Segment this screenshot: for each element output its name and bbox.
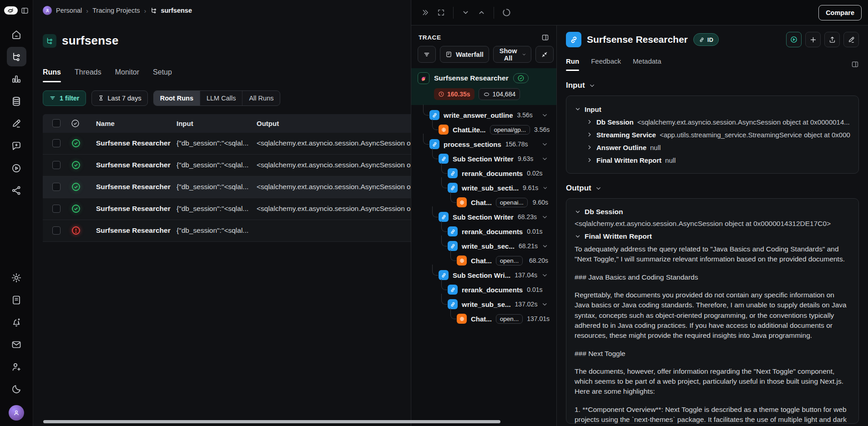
time-range-button[interactable]: Last 7 days: [91, 90, 148, 106]
horizontal-scrollbar[interactable]: [43, 420, 500, 423]
trace-span-row[interactable]: rerank_documents 0.02s: [418, 166, 550, 180]
row-checkbox[interactable]: [52, 226, 61, 235]
collapse-panel-icon[interactable]: [421, 9, 429, 16]
trace-span-row[interactable]: Sub Section Writer 9.63s: [418, 151, 550, 166]
project-tab[interactable]: Runs: [43, 68, 61, 82]
column-name[interactable]: Name: [96, 120, 177, 127]
chevron-down-icon[interactable]: [542, 243, 548, 250]
run-type-segment[interactable]: Root Runs: [154, 91, 200, 105]
trace-span-row[interactable]: write_sub_se... 137.02s: [418, 297, 550, 311]
sidebar-item-dark-mode[interactable]: [7, 379, 26, 399]
workspace-avatar[interactable]: [43, 6, 52, 15]
input-section-heading[interactable]: Input: [566, 81, 859, 90]
input-field-row[interactable]: Answer Outline null: [575, 141, 850, 154]
chevron-right-icon: [586, 157, 593, 163]
langsmith-logo-icon[interactable]: [4, 6, 18, 15]
chevron-down-icon[interactable]: [542, 185, 548, 191]
sidebar-item-mail[interactable]: [7, 335, 26, 354]
breadcrumb-project[interactable]: surfsense: [150, 7, 192, 14]
share-button[interactable]: [824, 32, 840, 47]
user-avatar[interactable]: [9, 405, 24, 421]
sidebar-item-tracing[interactable]: [7, 47, 26, 66]
input-field-row[interactable]: Final Written Report null: [575, 154, 850, 166]
waterfall-view-button[interactable]: Waterfall: [440, 46, 489, 63]
input-root-row[interactable]: Input: [575, 103, 850, 115]
trace-span-row[interactable]: write_sub_sec... 68.21s: [418, 239, 550, 253]
output-section-heading[interactable]: Output: [566, 184, 859, 193]
column-output[interactable]: Output: [257, 120, 411, 127]
run-id-pill[interactable]: ID: [693, 33, 719, 46]
trace-root-span[interactable]: Surfsense Researcher 160.35s 104,684: [411, 68, 556, 105]
select-all-checkbox[interactable]: [52, 119, 61, 127]
breadcrumb-tracing-projects[interactable]: Tracing Projects: [92, 7, 140, 14]
sidebar-item-datasets[interactable]: [7, 91, 26, 111]
sidebar-item-docs[interactable]: [7, 290, 26, 310]
trace-span-row[interactable]: rerank_documents 0.01s: [418, 224, 550, 239]
open-in-playground-button[interactable]: [786, 32, 802, 47]
sidebar-item-home[interactable]: [7, 25, 26, 44]
sidebar-item-notifications[interactable]: [7, 312, 26, 332]
row-checkbox[interactable]: [52, 139, 61, 147]
sidebar-item-settings[interactable]: [7, 268, 26, 287]
chevron-down-icon[interactable]: [541, 112, 548, 119]
collapse-all-button[interactable]: [535, 46, 554, 63]
show-all-dropdown[interactable]: Show All: [493, 46, 532, 63]
run-name-cell[interactable]: Surfsense Researcher: [96, 139, 177, 147]
chevron-down-icon[interactable]: [541, 272, 548, 279]
chevron-down-icon[interactable]: [541, 141, 548, 148]
project-tab[interactable]: Monitor: [115, 68, 139, 82]
table-row[interactable]: Surfsense Researcher {"db_session":"<sql…: [43, 198, 411, 220]
sidebar-item-dashboards[interactable]: [7, 69, 26, 89]
sidebar-item-annotation[interactable]: [7, 114, 26, 133]
chevron-down-icon[interactable]: [541, 301, 548, 308]
sidebar-item-prompts[interactable]: [7, 136, 26, 155]
breadcrumb-personal[interactable]: Personal: [56, 7, 82, 14]
chevron-down-icon[interactable]: [541, 155, 548, 162]
sidebar-item-invite-user[interactable]: [7, 357, 26, 376]
detail-tab[interactable]: Run: [566, 57, 579, 71]
add-to-dataset-button[interactable]: [805, 32, 821, 47]
detail-tab[interactable]: Metadata: [633, 57, 661, 71]
run-name-cell[interactable]: Surfsense Researcher: [96, 226, 177, 235]
trace-filter-button[interactable]: [418, 46, 436, 63]
sidebar-toggle-icon[interactable]: [21, 7, 29, 15]
compare-button[interactable]: Compare: [818, 5, 862, 20]
edit-button[interactable]: [843, 32, 859, 47]
run-type-segment[interactable]: All Runs: [242, 91, 280, 105]
trace-span-row[interactable]: write_sub_secti... 9.61s: [418, 180, 550, 195]
sidebar-item-deployments[interactable]: [7, 180, 26, 200]
chevron-down-icon[interactable]: [541, 214, 548, 221]
input-field-row[interactable]: Streaming Service <app.utils.streaming_s…: [575, 128, 850, 141]
sidebar-item-playground[interactable]: [7, 158, 26, 178]
row-checkbox[interactable]: [52, 205, 61, 213]
trace-span-row[interactable]: ChatLite... openai/gp... 3.56s: [418, 122, 550, 137]
table-row[interactable]: Surfsense Researcher {"db_session":"<sql…: [43, 133, 411, 155]
run-type-segment[interactable]: LLM Calls: [200, 91, 242, 105]
chevron-down-icon[interactable]: [462, 9, 469, 16]
trace-span-row[interactable]: Sub Section Wri... 137.04s: [418, 268, 550, 282]
side-panel-icon[interactable]: [851, 60, 859, 68]
columns-icon[interactable]: [541, 34, 549, 41]
table-row[interactable]: Surfsense Researcher {"db_session":"<sql…: [43, 220, 411, 242]
column-input[interactable]: Input: [177, 120, 257, 127]
fullscreen-icon[interactable]: [437, 9, 445, 16]
output-db-session-row[interactable]: Db Session: [575, 208, 850, 216]
trace-span-row[interactable]: rerank_documents 0.01s: [418, 282, 550, 297]
output-report-row[interactable]: Final Written Report: [575, 232, 850, 241]
run-name-cell[interactable]: Surfsense Researcher: [96, 161, 177, 169]
filter-count-button[interactable]: 1 filter: [43, 90, 86, 106]
chevron-up-icon[interactable]: [478, 9, 485, 16]
input-field-row[interactable]: Db Session <sqlalchemy.ext.asyncio.sessi…: [575, 115, 850, 128]
table-row[interactable]: Surfsense Researcher {"db_session":"<sql…: [43, 155, 411, 176]
row-checkbox[interactable]: [52, 183, 61, 191]
table-row[interactable]: Surfsense Researcher {"db_session":"<sql…: [43, 176, 411, 198]
run-name-cell[interactable]: Surfsense Researcher: [96, 205, 177, 213]
row-checkbox[interactable]: [52, 161, 61, 169]
field-value: null: [650, 144, 661, 151]
project-tab[interactable]: Threads: [75, 68, 101, 82]
trace-span-row[interactable]: Chat... open... 137.01s: [418, 311, 550, 326]
detail-tab[interactable]: Feedback: [591, 57, 621, 71]
project-tab[interactable]: Setup: [153, 68, 172, 82]
trace-span-row[interactable]: Sub Section Writer 68.23s: [418, 210, 550, 224]
run-name-cell[interactable]: Surfsense Researcher: [96, 183, 177, 191]
